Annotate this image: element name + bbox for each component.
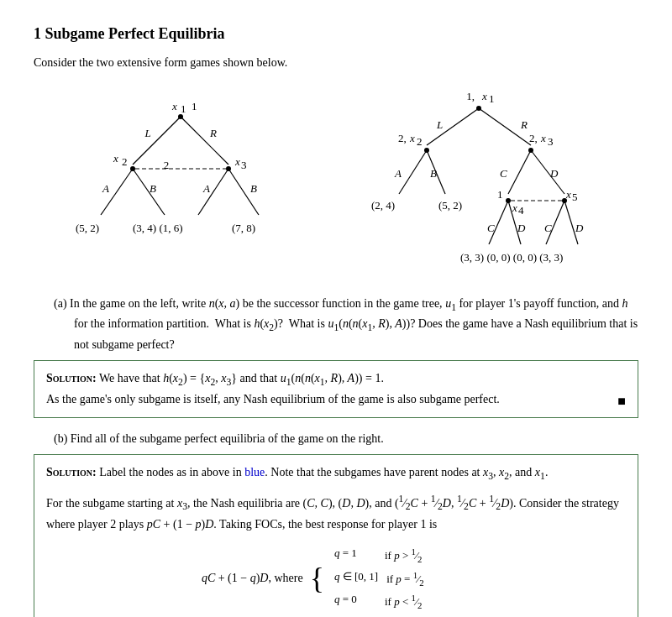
svg-text:x: x [565, 188, 571, 201]
svg-text:2: 2 [417, 135, 423, 148]
svg-text:2,: 2, [529, 132, 538, 144]
piecewise-content: q = 1 if p > 1⁄2 q ∈ [0, 1] if p = 1⁄2 q… [326, 544, 470, 613]
solution-b-line2: For the subgame starting at x3, the Nash… [46, 492, 626, 535]
svg-text:(7, 8): (7, 8) [232, 222, 255, 234]
svg-text:3: 3 [548, 135, 554, 148]
svg-line-50 [531, 150, 564, 194]
svg-line-6 [133, 117, 181, 165]
svg-line-33 [427, 108, 479, 145]
svg-text:1: 1 [181, 102, 186, 115]
svg-text:(5, 2): (5, 2) [438, 199, 462, 212]
svg-text:x: x [540, 132, 546, 144]
part-b-label: (b) [54, 432, 67, 445]
svg-line-19 [133, 169, 165, 215]
svg-text:D: D [549, 167, 559, 180]
svg-text:(3, 4) (1, 6): (3, 4) (1, 6) [133, 222, 183, 234]
part-b-text: (b) Find all of the subgame perfect equi… [54, 430, 638, 447]
svg-text:D: D [517, 222, 526, 234]
svg-text:A: A [102, 182, 109, 195]
and-text: and [240, 372, 257, 384]
svg-text:x: x [234, 155, 240, 168]
solution-a-line1: Solution: We have that h(x2) = {x2, x3} … [46, 369, 626, 390]
svg-text:(3, 3)  (0, 0)  (0, 0)  (3, 3): (3, 3) (0, 0) (0, 0) (3, 3) [460, 251, 563, 264]
svg-text:B: B [150, 182, 156, 195]
svg-text:x: x [171, 100, 177, 112]
svg-text:(5, 2): (5, 2) [76, 222, 99, 234]
what-text: What [289, 317, 314, 330]
brace-left: { [310, 563, 324, 593]
svg-text:x: x [409, 132, 415, 144]
solution-b-line1: Solution: Label the nodes as in above in… [46, 463, 626, 484]
piecewise-formula: qC + (1 − q)D, where { q = 1 if p > 1⁄2 … [46, 539, 626, 617]
svg-text:R: R [520, 118, 528, 131]
section-title: 1 Subgame Perfect Equilibria [34, 25, 638, 43]
part-a-block: (a) In the game on the left, write n(x, … [34, 295, 638, 418]
svg-text:L: L [144, 127, 150, 139]
svg-text:C: C [500, 167, 507, 180]
blue-label: blue [244, 466, 265, 478]
svg-text:3: 3 [241, 159, 247, 171]
svg-text:1,: 1, [466, 90, 475, 102]
svg-text:A: A [394, 167, 402, 180]
part-a-label: (a) [54, 297, 67, 310]
svg-text:x: x [512, 201, 517, 214]
formula-label: qC + (1 − q)D, where [202, 569, 303, 588]
svg-text:x: x [113, 152, 118, 165]
svg-text:1: 1 [497, 188, 503, 201]
svg-text:B: B [430, 167, 437, 180]
solution-a-line2: As the game's only subgame is itself, an… [46, 390, 626, 409]
svg-text:(2, 4): (2, 4) [371, 199, 395, 212]
svg-text:x: x [481, 90, 487, 102]
solution-b-title: Solution: [46, 466, 97, 478]
svg-text:4: 4 [518, 204, 524, 217]
svg-text:D: D [575, 222, 584, 234]
solution-a-title: Solution: [46, 372, 97, 384]
part-b-block: (b) Find all of the subgame perfect equi… [34, 430, 638, 617]
svg-line-49 [508, 150, 531, 194]
intro-text: Consider the two extensive form games sh… [34, 56, 638, 70]
game-diagrams: x 1 1 L R x 2 2 x 3 A B A B (5, [34, 85, 638, 278]
svg-line-7 [181, 117, 228, 165]
solution-b-box: Solution: Label the nodes as in above in… [34, 454, 638, 617]
svg-text:R: R [209, 127, 217, 139]
svg-text:2: 2 [164, 159, 170, 171]
part-a-text: (a) In the game on the left, write n(x, … [54, 295, 638, 353]
svg-text:5: 5 [572, 191, 578, 203]
solution-a-box: Solution: We have that h(x2) = {x2, x3} … [34, 360, 638, 419]
right-game-tree: 1, x 1 L R 2, x 2 2, x 3 A B C D (2, 4) … [353, 85, 605, 278]
svg-text:A: A [202, 182, 210, 195]
svg-text:2: 2 [122, 155, 128, 168]
svg-line-45 [399, 150, 427, 194]
svg-text:2,: 2, [398, 132, 407, 144]
svg-text:1: 1 [489, 92, 495, 105]
left-game-tree: x 1 1 L R x 2 2 x 3 A B A B (5, [67, 85, 302, 253]
svg-text:L: L [436, 118, 443, 131]
qed-marker: ■ [617, 390, 626, 412]
svg-text:1: 1 [192, 100, 197, 112]
svg-text:B: B [250, 182, 257, 195]
